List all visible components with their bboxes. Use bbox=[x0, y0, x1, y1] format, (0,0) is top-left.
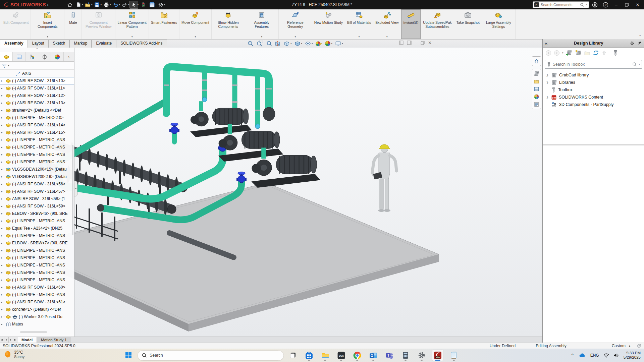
open-caret[interactable]: ▾ bbox=[91, 3, 93, 6]
tray-language[interactable]: ENG bbox=[590, 353, 599, 358]
tree-item-concret-1-default-def[interactable]: ▸concret<1> (Default) <<Def bbox=[0, 306, 74, 313]
tab-markup[interactable]: Markup bbox=[69, 40, 92, 48]
tab-dimxpert-manager[interactable] bbox=[38, 52, 51, 61]
tree-item-linepipe-metric-ans[interactable]: ▸(-) LINEPIPE - METRIC -ANS bbox=[0, 232, 74, 239]
model-tab-motion-study-1[interactable]: Motion Study 1 bbox=[37, 337, 71, 343]
ribbon-item-caret[interactable]: ▾ bbox=[359, 36, 360, 38]
tab-feature-manager[interactable] bbox=[0, 52, 13, 61]
taskbar-icon-settings[interactable] bbox=[416, 350, 427, 361]
expand-arrow-icon[interactable]: ▸ bbox=[1, 109, 4, 112]
new-caret[interactable]: ▾ bbox=[82, 3, 83, 6]
ribbon-item-large-assembly-settings[interactable]: Large Assembly Settings bbox=[482, 9, 516, 39]
section-view-icon[interactable] bbox=[274, 40, 282, 47]
command-search-input[interactable] bbox=[541, 3, 578, 7]
ribbon-item-caret[interactable]: ▾ bbox=[295, 36, 296, 38]
feature-tree-filter[interactable]: ▾ bbox=[0, 62, 74, 70]
ribbon-item-caret[interactable]: ▾ bbox=[47, 36, 48, 38]
taskbar-icon-file-explorer[interactable] bbox=[319, 350, 331, 361]
taskbar-search-box[interactable]: Search bbox=[138, 350, 284, 361]
redo-caret[interactable]: ▾ bbox=[128, 3, 129, 6]
model-tab-model[interactable]: Model bbox=[17, 337, 37, 343]
pump-unit[interactable] bbox=[190, 101, 252, 137]
previous-view-icon[interactable] bbox=[265, 40, 273, 47]
expand-arrow-icon[interactable]: ▸ bbox=[1, 212, 4, 215]
tab-configuration-manager[interactable] bbox=[25, 52, 38, 61]
feature-tree-splitter[interactable] bbox=[20, 331, 47, 333]
tree-item-ansi-rf-sow-316l-15[interactable]: ▸(-) ANSI RF SOW - 316L<15> bbox=[0, 129, 74, 136]
back-icon[interactable] bbox=[545, 50, 551, 56]
task-pane-view-palette-icon[interactable] bbox=[532, 85, 541, 93]
tab-display-manager[interactable] bbox=[51, 52, 64, 61]
search-icon[interactable] bbox=[580, 3, 584, 7]
expand-arrow-icon[interactable]: ▸ bbox=[1, 286, 4, 289]
tab-first-button[interactable] bbox=[0, 337, 4, 343]
history-caret[interactable]: ▾ bbox=[562, 52, 564, 54]
graphics-viewport[interactable]: x y z bbox=[0, 48, 542, 337]
expand-arrow-icon[interactable]: ▸ bbox=[1, 315, 4, 318]
task-pane-appearances-icon[interactable] bbox=[532, 93, 541, 101]
expand-arrow-icon[interactable]: ▸ bbox=[1, 145, 4, 149]
expand-arrow-icon[interactable]: ▸ bbox=[1, 160, 4, 164]
create-new-folder-icon[interactable] bbox=[584, 50, 590, 56]
apply-scene-icon[interactable]: ▾ bbox=[324, 40, 333, 47]
expand-arrow-icon[interactable]: ▸ bbox=[1, 197, 4, 200]
ribbon-item-bill-of-materials[interactable]: Bill of Materials▾ bbox=[345, 9, 373, 39]
ribbon-item-update-speedpak-subassemblies[interactable]: Update SpeedPak Subassemblies bbox=[421, 9, 454, 39]
expand-arrow-icon[interactable]: ▸ bbox=[1, 79, 4, 82]
pane-left-icon[interactable] bbox=[399, 41, 404, 45]
expand-arrow-icon[interactable]: ▸ bbox=[1, 263, 4, 267]
tree-item-linepipe-metric-10[interactable]: ▸(-) LINEPIPE - METRIC<10> bbox=[0, 114, 74, 121]
pin-panel-icon[interactable] bbox=[637, 41, 642, 46]
tree-item-ansi-rf-sow-316l-61[interactable]: ▸(-) ANSI RF SOW - 316L<61> bbox=[0, 298, 74, 306]
design-library-item-grabcad-library[interactable]: ❯GrabCad library bbox=[543, 71, 644, 79]
expand-arrow-icon[interactable]: ▸ bbox=[1, 116, 4, 119]
tree-item-linepipe-metric-ans[interactable]: ▸(-) LINEPIPE - METRIC -ANS bbox=[0, 291, 74, 298]
toolbox-search-box[interactable]: ▾ bbox=[545, 60, 642, 69]
ribbon-item-mate[interactable]: Mate bbox=[64, 9, 82, 39]
doc-restore-icon[interactable] bbox=[421, 41, 425, 45]
worker-figure[interactable] bbox=[372, 144, 396, 212]
pump-unit[interactable] bbox=[251, 147, 320, 187]
expand-arrow-icon[interactable]: ▸ bbox=[1, 234, 4, 237]
ribbon-item-caret[interactable]: ▾ bbox=[386, 36, 388, 38]
taskbar-icon-calculator[interactable] bbox=[400, 350, 411, 361]
tree-item-linepipe-metric-ans[interactable]: ▸(-) LINEPIPE - METRIC -ANS bbox=[0, 158, 74, 166]
ribbon-item-caret[interactable]: ▾ bbox=[131, 36, 133, 38]
undo-caret[interactable]: ▾ bbox=[119, 3, 120, 6]
options-list-button[interactable] bbox=[148, 1, 156, 9]
tree-item-ansi-rf-sow-316l-10[interactable]: ▸(-) ANSI RF SOW - 316L<10> bbox=[0, 77, 74, 84]
tree-item-linepipe-metric-ans[interactable]: ▸(-) LINEPIPE - METRIC -ANS bbox=[0, 143, 74, 151]
design-library-item-solidworks-content[interactable]: ❯SWSOLIDWORKS Content bbox=[543, 94, 644, 101]
tree-item-worker-3-0-posed-du[interactable]: ▸(-) Worker 3.0 Posed Du bbox=[0, 313, 74, 320]
expand-arrow-icon[interactable]: ▸ bbox=[1, 308, 4, 311]
tab-layout[interactable]: Layout bbox=[28, 40, 49, 48]
view-settings-caret[interactable]: ▾ bbox=[342, 42, 343, 45]
apply-scene-caret[interactable]: ▾ bbox=[331, 42, 333, 45]
restore-button[interactable] bbox=[622, 0, 632, 9]
task-pane-file-explorer-icon[interactable] bbox=[532, 77, 541, 85]
expand-arrow-icon[interactable]: ▸ bbox=[1, 168, 4, 171]
design-library-divider[interactable] bbox=[543, 144, 644, 146]
tree-item-ansi-rf-sow-316l-56[interactable]: ▸(-) ANSI RF SOW - 316L<56> bbox=[0, 180, 74, 188]
minimize-button[interactable]: – bbox=[611, 0, 621, 9]
zoom-to-area-icon[interactable] bbox=[256, 40, 264, 47]
tab-solidworks-add-ins[interactable]: SOLIDWORKS Add-Ins bbox=[116, 40, 167, 48]
tree-item-axis[interactable]: AXIS bbox=[0, 70, 74, 77]
move-up-icon[interactable] bbox=[601, 50, 607, 56]
tree-item-ansi-rf-sow-316l-60[interactable]: ▸(-) ANSI RF SOW - 316L<60> bbox=[0, 284, 74, 291]
design-library-item-toolbox[interactable]: Toolbox bbox=[543, 86, 644, 94]
tree-item-linepipe-metric-ans[interactable]: ▸(-) LINEPIPE - METRIC -ANS bbox=[0, 247, 74, 254]
tree-item-linepipe-metric-ans[interactable]: ▸(-) LINEPIPE - METRIC -ANS bbox=[0, 254, 74, 261]
expand-arrow-icon[interactable]: ▸ bbox=[1, 138, 4, 141]
tree-item-linepipe-metric-ans[interactable]: ▸(-) LINEPIPE - METRIC -ANS bbox=[0, 151, 74, 158]
add-file-location-icon[interactable] bbox=[575, 50, 582, 56]
task-pane-design-library-icon[interactable] bbox=[532, 70, 541, 77]
ribbon-item-assembly-features[interactable]: Assembly Features▾ bbox=[245, 9, 279, 39]
expand-arrow-icon[interactable]: ▸ bbox=[1, 219, 4, 223]
ribbon-item-insert-components[interactable]: Insert Components▾ bbox=[31, 9, 64, 39]
tree-item-elbow-srbw-7-90l-sre[interactable]: ▸ELBOW - SRBW<7> (90L SRE bbox=[0, 239, 74, 247]
tree-item-ansi-rf-sow-316l-11[interactable]: ▸(-) ANSI RF SOW - 316L<11> bbox=[0, 84, 74, 92]
tree-item-linepipe-metric-ans[interactable]: ▸(-) LINEPIPE - METRIC -ANS bbox=[0, 136, 74, 143]
settings-caret[interactable]: ▾ bbox=[164, 3, 165, 6]
pane-right-icon[interactable] bbox=[407, 41, 412, 45]
